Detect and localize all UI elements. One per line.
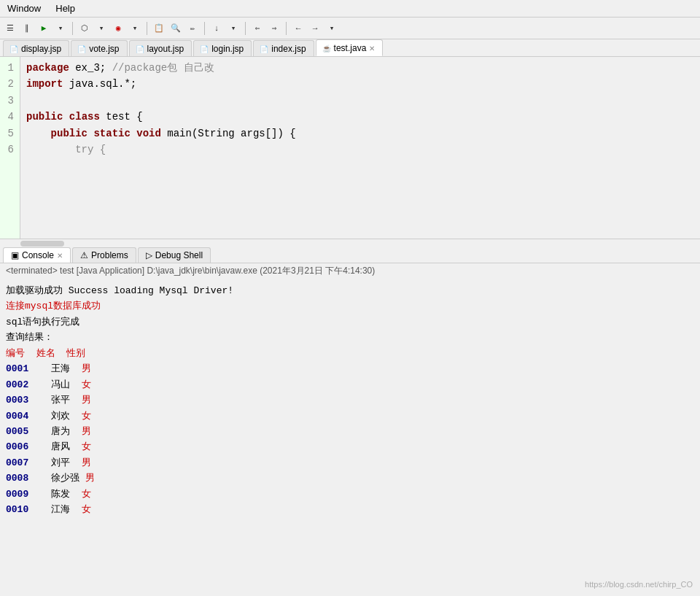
toolbar-btn-run[interactable]: ▶ <box>36 21 51 36</box>
tab-layout-icon: 📄 <box>136 45 144 53</box>
tab-test-close[interactable]: ✕ <box>369 44 375 53</box>
console-line-3: sql语句执行完成 <box>6 314 694 330</box>
toolbar-btn-14[interactable]: → <box>308 21 322 36</box>
tab-layout-label: layout.jsp <box>147 44 184 54</box>
toolbar-btn-6[interactable]: ▾ <box>128 21 142 36</box>
console-icon: ▣ <box>11 250 19 260</box>
tab-login[interactable]: 📄 login.jsp <box>193 40 252 56</box>
menu-help[interactable]: Help <box>51 1 79 15</box>
toolbar-btn-9[interactable]: ↓ <box>209 21 224 36</box>
console-row-7: 0007 刘平 男 <box>6 455 694 471</box>
line-num-6: 6 <box>3 142 14 158</box>
toolbar-sep-4 <box>245 22 246 35</box>
console-row-6: 0006 唐风 女 <box>6 439 694 454</box>
console-output: 加载驱动成功 Success loading Mysql Driver! 连接m… <box>0 280 700 596</box>
tab-display-label: display.jsp <box>21 44 61 54</box>
tab-login-label: login.jsp <box>211 44 244 54</box>
console-tab-console[interactable]: ▣ Console ✕ <box>3 247 71 263</box>
console-line-1: 加载驱动成功 Success loading Mysql Driver! <box>6 283 694 298</box>
tab-test[interactable]: ☕ test.java ✕ <box>316 39 384 56</box>
line-num-3: 3 <box>3 93 14 109</box>
console-header: <terminated> test [Java Application] D:\… <box>0 263 700 280</box>
tab-layout[interactable]: 📄 layout.jsp <box>129 40 192 56</box>
line-num-4: 4 <box>3 109 14 125</box>
console-row-1: 0001 王海 男 <box>6 361 694 376</box>
toolbar-btn-3[interactable]: ⬡ <box>77 21 92 36</box>
toolbar-btn-7[interactable]: 📋 <box>152 21 166 36</box>
toolbar-btn-13[interactable]: ← <box>291 21 306 36</box>
toolbar-btn-2[interactable]: ∥ <box>20 21 34 36</box>
console-problems-label: Problems <box>91 250 128 260</box>
toolbar: ☰ ∥ ▶ ▾ ⬡ ▾ ◉ ▾ 📋 🔍 ✏ ↓ ▾ ⇐ ⇒ ← → ▾ <box>0 18 700 39</box>
tab-index-icon: 📄 <box>260 45 268 53</box>
console-row-10: 0010 江海 女 <box>6 502 694 517</box>
console-line-header: 编号 姓名 性别 <box>6 346 694 361</box>
console-row-9: 0009 陈发 女 <box>6 487 694 502</box>
code-area[interactable]: package ex_3; //package包 自己改 import java… <box>20 57 700 239</box>
console-debug-label: Debug Shell <box>155 250 203 260</box>
console-tab-label: Console <box>22 250 54 260</box>
line-num-1: 1 <box>3 60 14 76</box>
toolbar-btn-15[interactable]: ▾ <box>324 21 339 36</box>
toolbar-btn-8[interactable]: 🔍 <box>168 21 183 36</box>
editor-tab-bar: 📄 display.jsp 📄 vote.jsp 📄 layout.jsp 📄 … <box>0 39 700 57</box>
line-numbers: 1 2 3 4 5 6 <box>0 57 20 239</box>
console-section: ▣ Console ✕ ⚠ Problems ▷ Debug Shell <te… <box>0 247 700 596</box>
console-tab-debug[interactable]: ▷ Debug Shell <box>138 247 211 263</box>
toolbar-btn-5[interactable]: ◉ <box>111 21 125 36</box>
menu-window[interactable]: Window <box>3 1 45 15</box>
h-scrollbar-thumb[interactable] <box>20 241 64 247</box>
toolbar-btn-1[interactable]: ☰ <box>3 21 18 36</box>
toolbar-btn-12[interactable]: ⇒ <box>267 21 281 36</box>
console-line-2: 连接mysql数据库成功 <box>6 298 694 314</box>
console-row-2: 0002 冯山 女 <box>6 377 694 392</box>
toolbar-sep-3 <box>204 22 205 35</box>
console-row-4: 0004 刘欢 女 <box>6 409 694 424</box>
toolbar-sep-5 <box>286 22 287 35</box>
tab-index-label: index.jsp <box>271 44 306 54</box>
console-row-3: 0003 张平 男 <box>6 392 694 408</box>
toolbar-btn-11[interactable]: ⇐ <box>250 21 265 36</box>
tab-test-label: test.java <box>334 43 367 53</box>
app-window: Window Help ☰ ∥ ▶ ▾ ⬡ ▾ ◉ ▾ 📋 🔍 ✏ ↓ ▾ ⇐ … <box>0 0 700 596</box>
toolbar-btn-10[interactable]: ▾ <box>226 21 241 36</box>
tab-vote[interactable]: 📄 vote.jsp <box>71 40 127 56</box>
console-row-8: 0008 徐少强 男 <box>6 471 694 486</box>
watermark: https://blog.csdn.net/chirp_CO <box>585 580 693 589</box>
tab-display[interactable]: 📄 display.jsp <box>3 40 69 56</box>
editor-section: 📄 display.jsp 📄 vote.jsp 📄 layout.jsp 📄 … <box>0 39 700 247</box>
h-scrollbar[interactable] <box>0 239 700 247</box>
problems-icon: ⚠ <box>80 250 88 260</box>
tab-vote-label: vote.jsp <box>89 44 119 54</box>
toolbar-btn-pencil[interactable]: ✏ <box>185 21 200 36</box>
toolbar-btn-dd[interactable]: ▾ <box>53 21 68 36</box>
menu-bar: Window Help <box>0 0 700 18</box>
toolbar-sep-1 <box>72 22 73 35</box>
tab-test-icon: ☕ <box>322 44 331 53</box>
toolbar-sep-2 <box>147 22 147 35</box>
toolbar-btn-4[interactable]: ▾ <box>94 21 109 36</box>
tab-index[interactable]: 📄 index.jsp <box>253 40 314 56</box>
console-close-icon[interactable]: ✕ <box>57 252 63 260</box>
editor-content[interactable]: 1 2 3 4 5 6 package ex_3; //package包 自己改… <box>0 57 700 239</box>
tab-display-icon: 📄 <box>9 45 18 53</box>
line-num-2: 2 <box>3 76 14 92</box>
console-line-4: 查询结果： <box>6 330 694 345</box>
console-row-5: 0005 唐为 男 <box>6 424 694 439</box>
console-tab-problems[interactable]: ⚠ Problems <box>72 247 136 263</box>
line-num-5: 5 <box>3 125 14 142</box>
tab-login-icon: 📄 <box>200 45 209 53</box>
debug-icon: ▷ <box>146 250 152 260</box>
tab-vote-icon: 📄 <box>77 45 86 53</box>
console-tab-bar: ▣ Console ✕ ⚠ Problems ▷ Debug Shell <box>0 247 700 263</box>
